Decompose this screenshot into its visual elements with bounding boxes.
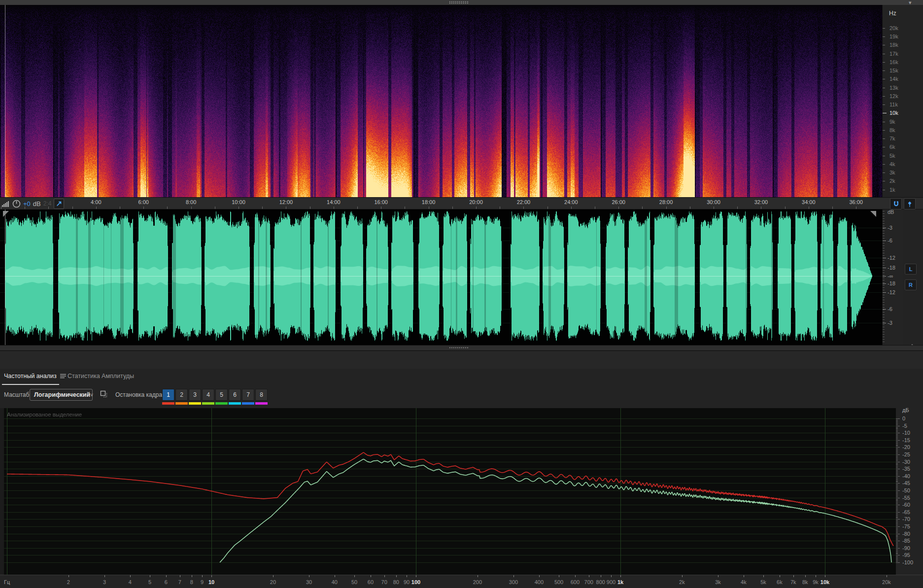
amplitude-label: -∞ — [888, 273, 893, 279]
hz-ruler-tick — [883, 104, 885, 105]
frequency-axis-tick — [150, 575, 150, 577]
frequency-axis-label: 20k — [882, 579, 891, 585]
frequency-axis-label: 9k — [813, 579, 819, 585]
timeline-tick — [334, 207, 334, 209]
hz-ruler-tick — [883, 113, 887, 113]
panel-menu-icon[interactable] — [60, 374, 66, 379]
right-channel-button[interactable]: R — [905, 279, 917, 290]
panel-top-grip[interactable] — [0, 0, 923, 5]
frequency-axis-label: 60 — [368, 579, 374, 585]
tab-label: Статистика Амплитуды — [68, 373, 134, 380]
frequency-axis-tick — [354, 575, 355, 577]
frame-hold-button[interactable]: 4 — [202, 389, 214, 405]
timeline-tick — [429, 207, 429, 209]
frequency-axis-tick — [780, 575, 780, 577]
timeline-tick — [761, 207, 761, 209]
hz-ruler-tick — [883, 88, 885, 88]
frequency-axis-ruler: Гц 2345678910203040506070809010020030040… — [0, 575, 923, 588]
frequency-axis-tick — [180, 575, 180, 577]
tab-amplitude-statistics[interactable]: Статистика Амплитуды — [68, 373, 134, 380]
timeline-ruler[interactable]: 4:006:008:0010:0012:0014:0016:0018:0020:… — [0, 197, 923, 209]
waveform-display[interactable] — [0, 209, 882, 345]
copy-frame-icon[interactable] — [100, 390, 107, 398]
db-axis-label: -65 — [902, 509, 910, 515]
timeline-tick — [737, 207, 738, 209]
amplitude-label: -12 — [888, 289, 895, 295]
db-axis-label: -20 — [902, 444, 910, 450]
frame-hold-button[interactable]: 2 — [175, 389, 188, 405]
frequency-axis-label: 6 — [165, 579, 168, 585]
db-axis-label: -50 — [902, 487, 910, 493]
amplitude-major-tick — [883, 276, 886, 277]
frame-hold-button[interactable]: 6 — [229, 389, 241, 405]
frequency-axis-label: 8 — [190, 579, 193, 585]
waveform-corner-handle-right[interactable] — [870, 211, 876, 217]
frequency-axis-label: 8k — [802, 579, 808, 585]
timeline-label: 8:00 — [186, 199, 196, 205]
frequency-axis-label: 10 — [208, 579, 214, 585]
frequency-axis-label: 700 — [584, 579, 593, 585]
active-tab-underline — [2, 384, 59, 385]
frame-hold-buttons: 1 2 3 4 5 6 7 8 — [162, 389, 268, 405]
frame-hold-button[interactable]: 3 — [189, 389, 201, 405]
frequency-axis-label: 40 — [332, 579, 338, 585]
timeline-label: 30:00 — [707, 199, 720, 205]
frequency-axis-tick — [478, 575, 478, 577]
amplitude-label: -18 — [888, 265, 895, 271]
snap-magnet-button[interactable] — [890, 198, 902, 209]
timeline-label: 6:00 — [138, 199, 148, 205]
frequency-ruler[interactable]: 20k19k18k17k16k15k14k13k12k11k10k9k8k7k6… — [882, 5, 923, 197]
frame-hold-button[interactable]: 8 — [255, 389, 268, 405]
frequency-axis-label: 9 — [201, 579, 204, 585]
amplitude-major-tick — [883, 228, 886, 228]
waveform-corner-handle-left[interactable] — [3, 211, 9, 217]
frequency-axis-tick — [513, 575, 514, 577]
timeline-tick — [310, 207, 310, 209]
scale-dropdown-value: Логарифмический — [34, 391, 90, 398]
frame-hold-color-bar — [202, 402, 214, 405]
clock-icon[interactable] — [12, 200, 21, 208]
pin-playhead-button[interactable] — [54, 199, 64, 209]
amplitude-major-tick — [883, 258, 886, 258]
hz-ruler-label: 14k — [889, 76, 898, 82]
left-channel-button[interactable]: L — [905, 264, 917, 275]
amplitude-label: -12 — [888, 255, 895, 261]
marker-button[interactable] — [904, 198, 916, 209]
hz-ruler-tick — [883, 130, 885, 131]
analysis-controls: Масштаб: Логарифмический ˅ Остановка кад… — [0, 387, 923, 408]
frame-hold-button[interactable]: 1 — [162, 389, 174, 405]
db-axis-label: -10 — [902, 430, 910, 436]
spectrogram-display[interactable] — [0, 5, 882, 197]
frequency-axis-label: 3 — [103, 579, 106, 585]
header-controls: +0 dB 2:4 — [0, 198, 64, 209]
panel-divider-grip[interactable] — [0, 345, 923, 351]
db-axis-label: 0 — [902, 415, 905, 421]
timeline-tick — [48, 207, 49, 209]
scale-dropdown[interactable]: Логарифмический ˅ — [30, 389, 93, 401]
frequency-axis-tick — [575, 575, 576, 577]
frequency-plot[interactable] — [4, 408, 896, 575]
hz-ruler-tick — [883, 181, 885, 181]
db-axis-label: -100 — [902, 559, 913, 565]
timeline-tick — [215, 207, 215, 209]
hz-ruler-label: 8k — [889, 127, 895, 133]
frequency-analysis-panel: Анализированое выделение дБ 0-5-10-15-20… — [0, 408, 923, 588]
frame-hold-button[interactable]: 7 — [242, 389, 254, 405]
audition-window: { "accent_blue": "#3f8fe8", "waveform_co… — [0, 0, 923, 588]
frequency-axis-label: 4 — [129, 579, 132, 585]
frame-hold-button[interactable]: 5 — [215, 389, 228, 405]
db-axis-label: -90 — [902, 545, 910, 551]
levels-icon[interactable] — [2, 200, 10, 207]
panel-menu-caret-icon[interactable]: ▾ — [909, 0, 912, 6]
timeline-label: 20:00 — [469, 199, 483, 205]
amplitude-ruler[interactable]: dB -3-6-12-18-∞-18-12-6-3 — [882, 209, 904, 345]
db-axis-unit: дБ — [902, 407, 909, 413]
frequency-axis-label: 300 — [509, 579, 518, 585]
timeline-tick — [832, 207, 833, 209]
hz-ruler-label: 5k — [889, 153, 895, 159]
frame-hold-color-bar — [175, 402, 188, 405]
timeline-tick — [785, 207, 786, 209]
tab-frequency-analysis[interactable]: Частотный анализ — [4, 373, 66, 380]
frequency-axis-tick — [816, 575, 816, 577]
timeline-tick — [25, 207, 25, 209]
